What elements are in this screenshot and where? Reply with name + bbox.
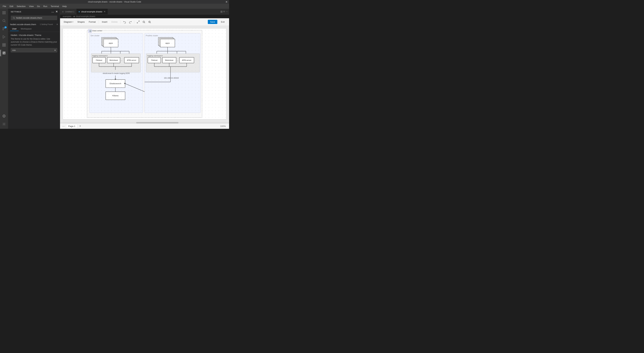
diagram-button[interactable]: Diagram xyxy=(62,20,75,24)
untitled-tab-label: Untitled-1 xyxy=(65,10,74,13)
prod-logging-label: logging namespace xyxy=(147,55,163,57)
tab-bar: ◎ Untitled-1 ◈ cloud-example.drawio ✕ ⊞ … xyxy=(60,9,229,14)
svg-line-25 xyxy=(150,22,151,23)
dev-apm-label: APM-server xyxy=(127,59,136,61)
insert-button[interactable]: Insert xyxy=(100,20,109,24)
menu-go[interactable]: Go xyxy=(36,5,41,8)
menu-file[interactable]: File xyxy=(1,5,8,8)
activity-extensions[interactable] xyxy=(1,42,8,48)
activity-remote[interactable] xyxy=(1,113,8,120)
breadcrumb-file[interactable]: cloud-example.drawio xyxy=(76,15,95,18)
toolbar-right: Save Exit xyxy=(208,20,227,24)
setting-block: Hediet › Vscode-drawio: Theme The theme … xyxy=(8,32,60,54)
svg-line-18 xyxy=(14,18,15,19)
more-actions-icon[interactable]: ≡ xyxy=(223,10,225,13)
tab-cloud-example[interactable]: ◈ cloud-example.drawio ✕ xyxy=(76,9,108,14)
svg-rect-0 xyxy=(3,12,4,12)
prod-dots-label: ... xyxy=(176,59,178,62)
activity-run[interactable] xyxy=(1,34,8,40)
dev-metricbeat-label: Metricbeat xyxy=(110,59,118,61)
title-bar: cloud-example.drawio - vscode-drawio - V… xyxy=(0,0,229,4)
undo-button[interactable] xyxy=(122,20,127,24)
canvas-wrapper: 🏢 Data center Dev cluster Prod/etc clust… xyxy=(60,26,229,124)
zoom-fit-button[interactable] xyxy=(142,20,146,24)
select-value: min xyxy=(12,49,16,52)
menu-view[interactable]: View xyxy=(28,5,35,8)
menu-bar: File Edit Selection View Go Run Terminal… xyxy=(0,4,229,9)
tab-workspace[interactable]: Workspace xyxy=(18,27,34,31)
split-editor-icon[interactable]: ⊞ xyxy=(220,10,222,13)
menu-selection[interactable]: Selection xyxy=(15,5,27,8)
drawio-tab-icon: ◈ xyxy=(78,10,80,13)
menu-terminal[interactable]: Terminal xyxy=(49,5,60,8)
chevron-down-icon: ▾ xyxy=(54,49,56,52)
activity-drawio[interactable] xyxy=(0,50,7,56)
page-tab-menu-icon[interactable]: ⋯ xyxy=(62,124,66,128)
zoom-in-button[interactable] xyxy=(147,20,152,24)
zoom-level: 100% xyxy=(220,125,228,128)
search-input[interactable] xyxy=(16,16,55,19)
shapes-button[interactable]: Shapes xyxy=(76,20,86,24)
toolbar-sep-1 xyxy=(98,20,99,24)
menu-edit[interactable]: Edit xyxy=(8,5,14,8)
svg-rect-10 xyxy=(2,44,4,45)
dev-logging-label: logging namespace xyxy=(92,55,108,57)
filter-icon[interactable]: ≡ xyxy=(56,23,58,26)
setting-row: hediet.vscode-drawio.them 1 Setting Foun… xyxy=(8,22,60,26)
sidebar-more-icon[interactable]: ... xyxy=(52,10,54,13)
breadcrumb-examples[interactable]: examples xyxy=(63,15,71,18)
search-row xyxy=(11,16,57,20)
search-area xyxy=(8,14,60,22)
sidebar-close-icon[interactable]: ✕ xyxy=(56,10,58,13)
es-connection-label: elasticsearch-master.logging:9200 xyxy=(103,72,130,74)
tab-close-icon[interactable]: ✕ xyxy=(104,10,106,13)
cloud-tab-label: cloud-example.drawio xyxy=(81,10,102,13)
save-button[interactable]: Save xyxy=(208,20,218,24)
add-page-button[interactable]: + xyxy=(78,124,82,128)
delete-button[interactable]: Delete xyxy=(110,20,120,24)
activity-explorer[interactable] xyxy=(1,10,8,16)
horizontal-scrollbar[interactable] xyxy=(60,122,229,124)
setting-breadcrumb: Hediet › Vscode-drawio: Theme xyxy=(11,34,42,36)
svg-line-22 xyxy=(144,22,145,23)
svg-point-6 xyxy=(3,28,4,28)
activity-source-control[interactable]: 29 xyxy=(1,26,8,32)
activity-settings[interactable] xyxy=(1,121,8,128)
prod-metricbeat-label: Metricbeat xyxy=(165,59,174,61)
setting-select-wrapper: min ▾ xyxy=(11,48,57,52)
tab-untitled-1[interactable]: ◎ Untitled-1 xyxy=(60,9,76,14)
format-button[interactable]: Format xyxy=(87,20,97,24)
dev-filebeat-label: Filebeat xyxy=(96,59,102,61)
svg-rect-3 xyxy=(4,13,5,14)
svg-point-4 xyxy=(3,20,5,22)
tab-user[interactable]: User xyxy=(10,27,18,31)
svg-line-19 xyxy=(138,21,139,22)
dev-cluster-label: Dev cluster xyxy=(90,34,100,36)
diagram-container[interactable]: 🏢 Data center Dev cluster Prod/etc clust… xyxy=(63,28,226,120)
activity-bar-bottom xyxy=(0,113,8,129)
svg-text:🏢: 🏢 xyxy=(89,30,92,32)
drawio-toolbar: Diagram Shapes Format Insert Delete xyxy=(60,18,229,26)
menu-run[interactable]: Run xyxy=(42,5,49,8)
setting-description: The theme to use for the Draw.io editor.… xyxy=(11,38,57,46)
fullscreen-button[interactable] xyxy=(136,20,141,24)
page-tab-1[interactable]: Page-1 xyxy=(66,124,78,128)
breadcrumb: examples › ◈ cloud-example.drawio xyxy=(60,14,229,18)
svg-line-5 xyxy=(5,22,5,22)
svg-rect-2 xyxy=(3,13,4,14)
menu-help[interactable]: Help xyxy=(61,5,68,8)
setting-title: Hediet › Vscode-drawio: Theme xyxy=(11,34,57,36)
activity-search[interactable] xyxy=(1,18,8,24)
sidebar: Settings ... ✕ hediet.vscode-drawio.them… xyxy=(8,9,60,129)
toolbar-sep-2 xyxy=(120,20,121,24)
svg-point-17 xyxy=(13,17,14,18)
main-area: 29 xyxy=(0,9,229,129)
exit-button[interactable]: Exit xyxy=(218,20,227,24)
scrollbar-thumb[interactable] xyxy=(136,122,178,124)
redo-button[interactable] xyxy=(128,20,133,24)
setting-select[interactable]: min ▾ xyxy=(11,48,57,52)
sidebar-header-icons: ... ✕ xyxy=(52,10,58,13)
window-close-button[interactable]: ✕ xyxy=(225,0,228,3)
tab-overflow-icon[interactable]: ··· xyxy=(226,10,228,13)
svg-marker-9 xyxy=(3,36,5,38)
